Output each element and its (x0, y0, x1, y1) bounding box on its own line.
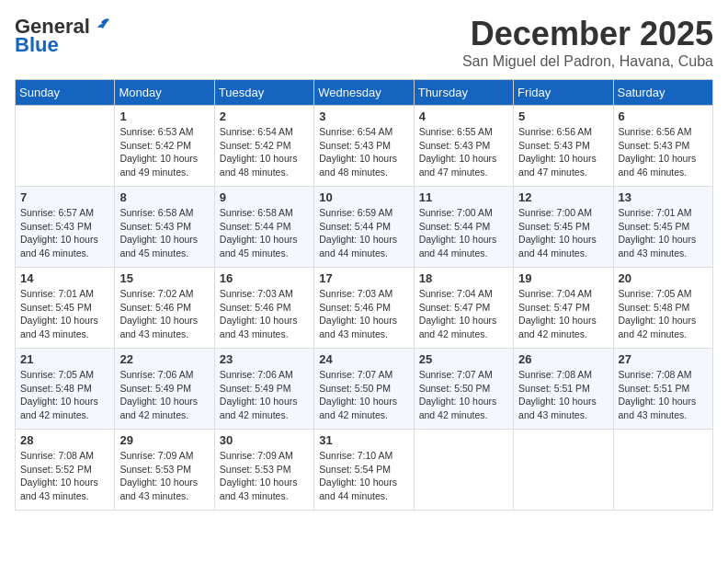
calendar-cell: 8Sunrise: 6:58 AMSunset: 5:43 PMDaylight… (115, 187, 214, 268)
day-number: 1 (119, 109, 209, 123)
day-number: 9 (220, 190, 309, 204)
calendar-cell: 9Sunrise: 6:58 AMSunset: 5:44 PMDaylight… (214, 187, 313, 268)
calendar-cell: 26Sunrise: 7:08 AMSunset: 5:51 PMDayligh… (514, 349, 613, 430)
calendar-table: SundayMondayTuesdayWednesdayThursdayFrid… (15, 79, 713, 511)
day-number: 24 (319, 352, 408, 366)
calendar-cell: 27Sunrise: 7:08 AMSunset: 5:51 PMDayligh… (613, 349, 712, 430)
day-info: Sunrise: 7:05 AMSunset: 5:48 PMDaylight:… (619, 287, 708, 341)
location: San Miguel del Padron, Havana, Cuba (462, 53, 713, 70)
day-info: Sunrise: 7:08 AMSunset: 5:52 PMDaylight:… (20, 449, 109, 503)
day-number: 30 (220, 433, 309, 447)
day-info: Sunrise: 7:01 AMSunset: 5:45 PMDaylight:… (619, 206, 708, 260)
calendar-cell: 3Sunrise: 6:54 AMSunset: 5:43 PMDaylight… (314, 106, 414, 187)
day-info: Sunrise: 7:10 AMSunset: 5:54 PMDaylight:… (319, 449, 408, 503)
calendar-cell: 6Sunrise: 6:56 AMSunset: 5:43 PMDaylight… (613, 106, 712, 187)
day-info: Sunrise: 6:58 AMSunset: 5:44 PMDaylight:… (220, 206, 309, 260)
day-number: 20 (619, 271, 708, 285)
calendar-cell: 25Sunrise: 7:07 AMSunset: 5:50 PMDayligh… (414, 349, 513, 430)
day-number: 27 (619, 352, 708, 366)
day-number: 22 (119, 352, 209, 366)
calendar-cell: 17Sunrise: 7:03 AMSunset: 5:46 PMDayligh… (314, 268, 414, 349)
day-info: Sunrise: 7:07 AMSunset: 5:50 PMDaylight:… (319, 368, 408, 422)
calendar-header-saturday: Saturday (613, 80, 712, 106)
day-number: 31 (319, 433, 408, 447)
day-number: 8 (119, 190, 209, 204)
day-number: 23 (220, 352, 309, 366)
calendar-header-wednesday: Wednesday (314, 80, 414, 106)
calendar-header-tuesday: Tuesday (214, 80, 313, 106)
logo: General Blue (15, 15, 113, 57)
day-info: Sunrise: 6:53 AMSunset: 5:42 PMDaylight:… (119, 125, 209, 179)
day-info: Sunrise: 7:08 AMSunset: 5:51 PMDaylight:… (619, 368, 708, 422)
calendar-week-row: 7Sunrise: 6:57 AMSunset: 5:43 PMDaylight… (16, 187, 713, 268)
calendar-cell (613, 430, 712, 511)
calendar-cell: 1Sunrise: 6:53 AMSunset: 5:42 PMDaylight… (115, 106, 214, 187)
calendar-cell (514, 430, 613, 511)
calendar-header-monday: Monday (115, 80, 214, 106)
calendar-week-row: 21Sunrise: 7:05 AMSunset: 5:48 PMDayligh… (16, 349, 713, 430)
day-info: Sunrise: 6:54 AMSunset: 5:43 PMDaylight:… (319, 125, 408, 179)
day-info: Sunrise: 7:06 AMSunset: 5:49 PMDaylight:… (220, 368, 309, 422)
day-info: Sunrise: 7:02 AMSunset: 5:46 PMDaylight:… (119, 287, 209, 341)
month-title: December 2025 (462, 15, 713, 53)
day-info: Sunrise: 6:58 AMSunset: 5:43 PMDaylight:… (119, 206, 209, 260)
calendar-cell: 24Sunrise: 7:07 AMSunset: 5:50 PMDayligh… (314, 349, 414, 430)
day-info: Sunrise: 7:07 AMSunset: 5:50 PMDaylight:… (419, 368, 508, 422)
day-number: 10 (319, 190, 408, 204)
day-info: Sunrise: 6:57 AMSunset: 5:43 PMDaylight:… (20, 206, 109, 260)
day-number: 17 (319, 271, 408, 285)
calendar-cell: 21Sunrise: 7:05 AMSunset: 5:48 PMDayligh… (16, 349, 115, 430)
calendar-cell: 15Sunrise: 7:02 AMSunset: 5:46 PMDayligh… (115, 268, 214, 349)
day-number: 14 (20, 271, 109, 285)
day-number: 26 (518, 352, 608, 366)
calendar-cell: 5Sunrise: 6:56 AMSunset: 5:43 PMDaylight… (514, 106, 613, 187)
logo-blue: Blue (15, 33, 59, 57)
calendar-header-row: SundayMondayTuesdayWednesdayThursdayFrid… (16, 80, 713, 106)
day-number: 2 (220, 109, 309, 123)
calendar-cell: 18Sunrise: 7:04 AMSunset: 5:47 PMDayligh… (414, 268, 513, 349)
day-info: Sunrise: 7:05 AMSunset: 5:48 PMDaylight:… (20, 368, 109, 422)
calendar-header-thursday: Thursday (414, 80, 513, 106)
day-info: Sunrise: 6:54 AMSunset: 5:42 PMDaylight:… (220, 125, 309, 179)
day-info: Sunrise: 7:09 AMSunset: 5:53 PMDaylight:… (220, 449, 309, 503)
day-number: 25 (419, 352, 508, 366)
day-info: Sunrise: 7:08 AMSunset: 5:51 PMDaylight:… (518, 368, 608, 422)
day-info: Sunrise: 7:03 AMSunset: 5:46 PMDaylight:… (319, 287, 408, 341)
day-info: Sunrise: 7:09 AMSunset: 5:53 PMDaylight:… (119, 449, 209, 503)
calendar-cell: 10Sunrise: 6:59 AMSunset: 5:44 PMDayligh… (314, 187, 414, 268)
day-number: 4 (419, 109, 508, 123)
day-number: 3 (319, 109, 408, 123)
day-info: Sunrise: 7:03 AMSunset: 5:46 PMDaylight:… (220, 287, 309, 341)
day-info: Sunrise: 7:01 AMSunset: 5:45 PMDaylight:… (20, 287, 109, 341)
calendar-cell: 11Sunrise: 7:00 AMSunset: 5:44 PMDayligh… (414, 187, 513, 268)
calendar-cell: 14Sunrise: 7:01 AMSunset: 5:45 PMDayligh… (16, 268, 115, 349)
calendar-week-row: 1Sunrise: 6:53 AMSunset: 5:42 PMDaylight… (16, 106, 713, 187)
calendar-cell: 16Sunrise: 7:03 AMSunset: 5:46 PMDayligh… (214, 268, 313, 349)
calendar-cell (16, 106, 115, 187)
calendar-cell: 20Sunrise: 7:05 AMSunset: 5:48 PMDayligh… (613, 268, 712, 349)
calendar-cell: 31Sunrise: 7:10 AMSunset: 5:54 PMDayligh… (314, 430, 414, 511)
day-info: Sunrise: 6:56 AMSunset: 5:43 PMDaylight:… (619, 125, 708, 179)
day-info: Sunrise: 6:56 AMSunset: 5:43 PMDaylight:… (518, 125, 608, 179)
calendar-cell: 28Sunrise: 7:08 AMSunset: 5:52 PMDayligh… (16, 430, 115, 511)
day-number: 6 (619, 109, 708, 123)
calendar-cell: 4Sunrise: 6:55 AMSunset: 5:43 PMDaylight… (414, 106, 513, 187)
day-number: 21 (20, 352, 109, 366)
day-info: Sunrise: 7:00 AMSunset: 5:45 PMDaylight:… (518, 206, 608, 260)
title-block: December 2025 San Miguel del Padron, Hav… (462, 15, 713, 70)
calendar-week-row: 28Sunrise: 7:08 AMSunset: 5:52 PMDayligh… (16, 430, 713, 511)
calendar-cell: 2Sunrise: 6:54 AMSunset: 5:42 PMDaylight… (214, 106, 313, 187)
day-info: Sunrise: 7:04 AMSunset: 5:47 PMDaylight:… (419, 287, 508, 341)
day-info: Sunrise: 6:59 AMSunset: 5:44 PMDaylight:… (319, 206, 408, 260)
calendar-cell (414, 430, 513, 511)
day-number: 11 (419, 190, 508, 204)
day-info: Sunrise: 7:06 AMSunset: 5:49 PMDaylight:… (119, 368, 209, 422)
day-info: Sunrise: 6:55 AMSunset: 5:43 PMDaylight:… (419, 125, 508, 179)
day-number: 13 (619, 190, 708, 204)
day-number: 28 (20, 433, 109, 447)
day-number: 7 (20, 190, 109, 204)
page-header: General Blue December 2025 San Miguel de… (15, 15, 713, 70)
day-number: 12 (518, 190, 608, 204)
calendar-cell: 19Sunrise: 7:04 AMSunset: 5:47 PMDayligh… (514, 268, 613, 349)
day-number: 16 (220, 271, 309, 285)
